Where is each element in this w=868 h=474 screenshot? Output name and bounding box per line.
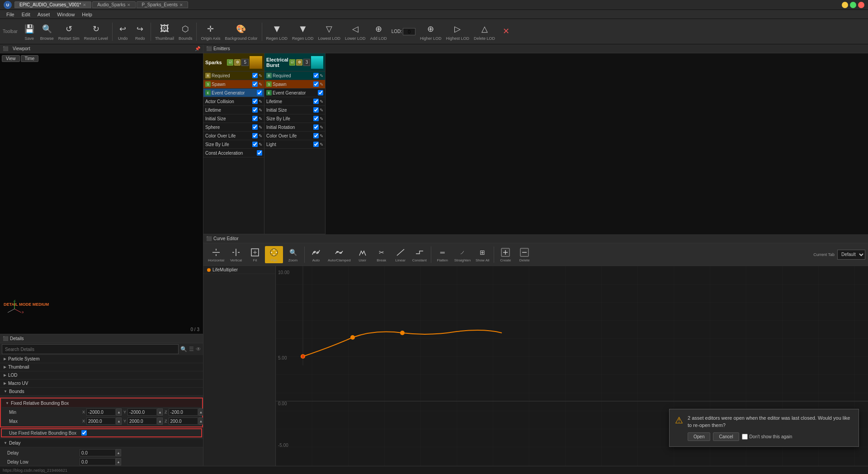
horizontal-button[interactable]: Horizontal [206,246,226,263]
eb-required-check[interactable] [313,73,319,78]
delay-input[interactable]: 0.0 [80,449,116,456]
background-color-button[interactable]: 🎨 Background Color [223,22,259,42]
bounds-min-z-spin[interactable]: ▲ [198,408,203,416]
sparks-ca-check[interactable] [257,150,262,156]
sparks-size-by-life[interactable]: Size By Life ✎ [203,140,264,149]
thumbnail-header[interactable]: ▶ Thumbnail [0,363,203,371]
pan-button[interactable]: Pan [265,246,283,263]
bounds-header[interactable]: ▼ Bounds [0,388,203,396]
minimize-button[interactable] [842,2,848,8]
sparks-initial-size-edit[interactable]: ✎ [259,116,262,121]
eb-required-edit[interactable]: ✎ [320,73,323,78]
eb-event-gen[interactable]: E Event Generator [264,89,325,97]
close-button[interactable] [858,2,864,8]
auto-button[interactable]: Auto [307,246,325,263]
sparks-actor-edit[interactable]: ✎ [259,99,262,104]
bounds-max-z-spin[interactable]: ▲ [198,417,203,425]
delay-header[interactable]: ▼ Delay [0,439,203,447]
menu-edit[interactable]: Edit [18,10,34,19]
straighten-button[interactable]: ⟋ Straighten [453,246,472,263]
bounds-min-y-input[interactable]: -2000.0 [127,408,157,416]
eb-light[interactable]: Light ✎ [264,140,325,149]
sparks-event-gen-check[interactable] [257,90,262,95]
dialog-open-button[interactable]: Open [688,432,710,441]
sparks-col-edit[interactable]: ✎ [259,133,262,138]
view-button[interactable]: View [2,55,20,62]
menu-asset[interactable]: Asset [34,10,54,19]
viewport-pin[interactable]: 📌 [195,46,200,51]
sparks-sphere-check[interactable] [252,124,258,130]
curve-point-3[interactable] [400,331,405,335]
delete-curve-button[interactable]: Delete [515,246,533,263]
sparks-initial-size-check[interactable] [252,116,258,121]
restart-level-button[interactable]: ↻ Restart Level [82,22,110,42]
eb-spawn[interactable]: S Spawn ✎ [264,80,325,89]
thumbnail-button[interactable]: 🖼 Thumbnail [153,22,176,42]
curve-point-2[interactable] [350,335,355,340]
time-button[interactable]: Time [21,55,39,62]
eb-initial-size[interactable]: Initial Size ✎ [264,106,325,114]
sparks-col-check[interactable] [252,133,258,138]
sparks-sphere-edit[interactable]: ✎ [259,125,262,130]
list-view-icon[interactable]: ☰ [189,346,194,352]
sparks-event-gen[interactable]: E Event Generator [203,89,264,97]
menu-window[interactable]: Window [53,10,78,19]
delay-low-input[interactable]: 0.0 [80,458,116,465]
sparks-sphere[interactable]: Sphere ✎ [203,123,264,132]
constant-button[interactable]: Constant [410,246,429,263]
eb-col-edit[interactable]: ✎ [320,133,323,138]
sparks-actor-check[interactable] [252,99,258,104]
delete-lod-button[interactable]: ✕ [498,24,514,39]
sparks-spawn-check[interactable] [252,81,258,87]
eb-col-check[interactable] [313,133,319,138]
eb-initial-rotation[interactable]: Initial Rotation ✎ [264,123,325,132]
bounds-min-z-input[interactable]: -200.0 [169,408,198,416]
eye-icon[interactable]: 👁 [196,346,201,352]
highest-lod-button[interactable]: △ Delete LOD [472,22,497,42]
sparks-required[interactable]: R Required ✎ [203,71,264,80]
tab-audio-close[interactable]: ✕ [127,3,131,7]
user-button[interactable]: User [354,246,372,263]
delay-spin[interactable]: ▲ [116,449,121,456]
eb-sbl-edit[interactable]: ✎ [320,116,323,121]
vertical-button[interactable]: Vertical [227,246,245,263]
bounds-button[interactable]: ⬡ Bounds [177,22,194,42]
bounds-max-x-spin[interactable]: ▲ [116,417,122,425]
use-fixed-bb-checkbox[interactable] [81,430,87,436]
lod-header[interactable]: ▶ LOD [0,371,203,379]
tab-dropdown[interactable]: Default [837,250,865,260]
eb-ir-check[interactable] [313,124,319,130]
bounds-max-z-input[interactable]: 200.0 [169,417,198,425]
sparks-const-accel[interactable]: Const Acceleration [203,149,264,157]
sparks-lifetime-check[interactable] [252,107,258,113]
eb-spawn-check[interactable] [313,81,319,87]
eb-initial-size-edit[interactable]: ✎ [320,108,323,113]
tab-audio-sparks[interactable]: Audio_Sparks ✕ [92,1,136,8]
lod-input[interactable] [403,28,415,35]
show-all-button[interactable]: ⊞ Show All [473,246,491,263]
macro-uv-header[interactable]: ▶ Macro UV [0,379,203,388]
search-details-input[interactable] [2,344,179,354]
eb-required[interactable]: R Required ✎ [264,71,325,80]
eb-sbl-check[interactable] [313,116,319,121]
browse-button[interactable]: 🔍 Browse [38,22,56,42]
menu-file[interactable]: File [3,10,18,19]
eb-initial-size-check[interactable] [313,107,319,113]
create-button[interactable]: Create [496,246,514,263]
sparks-lifetime-edit[interactable]: ✎ [259,108,262,113]
sparks-spawn-edit[interactable]: ✎ [259,82,262,87]
linear-button[interactable]: Linear [392,246,410,263]
regen-lod1-button[interactable]: ▼ Regen LOD [264,22,290,42]
bounds-max-y-spin[interactable]: ▲ [157,417,163,425]
sparks-sbl-edit[interactable]: ✎ [259,142,262,147]
sparks-color-over-life[interactable]: Color Over Life ✎ [203,132,264,140]
higher-lod-button[interactable]: ▷ Highest LOD [444,22,472,42]
eb-lifetime-edit[interactable]: ✎ [320,99,323,104]
bounds-max-x-input[interactable]: 2000.0 [86,417,116,425]
particle-system-header[interactable]: ▶ Particle System [0,355,203,363]
sparks-actor-collision[interactable]: Actor Collision ✎ [203,97,264,106]
maximize-button[interactable] [850,2,856,8]
menu-help[interactable]: Help [78,10,96,19]
add-lod-button[interactable]: ⊕ Add LOD [368,22,389,42]
flatten-button[interactable]: ═ Flatten [434,246,452,263]
